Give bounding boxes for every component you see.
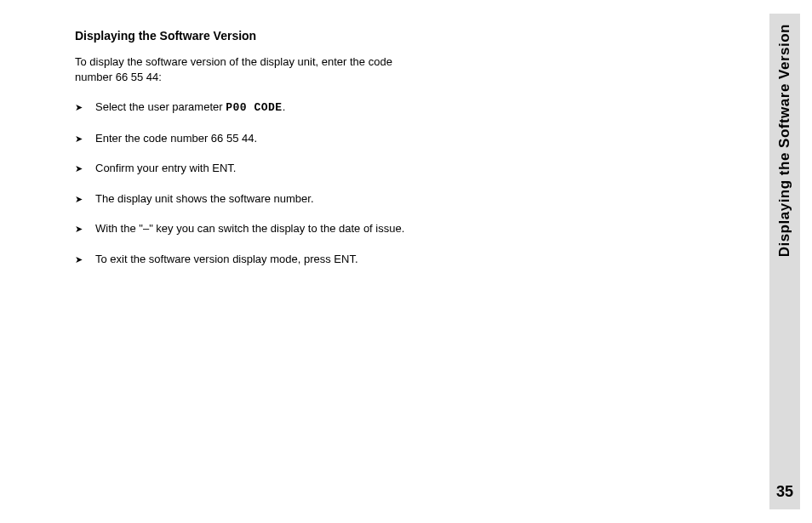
step-text: Enter the code number 66 55 44. [95, 132, 257, 145]
step-list: ➤ Select the user parameter P00 CODE. ➤ … [75, 99, 511, 266]
bullet-icon: ➤ [75, 162, 82, 175]
bullet-icon: ➤ [75, 101, 82, 114]
bullet-icon: ➤ [75, 133, 82, 145]
step-text: The display unit shows the software numb… [95, 192, 314, 205]
page-number: 35 [776, 483, 793, 501]
bullet-icon: ➤ [75, 193, 82, 206]
step-text: To exit the software version display mod… [95, 253, 358, 265]
step-text: Select the user parameter P00 CODE. [95, 100, 285, 113]
bullet-icon: ➤ [75, 223, 82, 236]
side-tab: Displaying the Software Version 35 [769, 14, 800, 509]
list-item: ➤ With the "–" key you can switch the di… [75, 221, 466, 236]
list-item: ➤ To exit the software version display m… [75, 252, 466, 267]
section-heading: Displaying the Software Version [75, 29, 511, 43]
step-text: Confirm your entry with ENT. [95, 162, 236, 174]
step-text: With the "–" key you can switch the disp… [95, 222, 404, 235]
list-item: ➤ Select the user parameter P00 CODE. [75, 99, 466, 116]
list-item: ➤ The display unit shows the software nu… [75, 191, 466, 207]
intro-paragraph: To display the software version of the d… [75, 54, 432, 84]
list-item: ➤ Enter the code number 66 55 44. [75, 131, 466, 146]
side-tab-title: Displaying the Software Version [776, 24, 793, 257]
list-item: ➤ Confirm your entry with ENT. [75, 161, 466, 176]
bullet-icon: ➤ [75, 253, 82, 266]
main-content: Displaying the Software Version To displ… [0, 0, 511, 266]
